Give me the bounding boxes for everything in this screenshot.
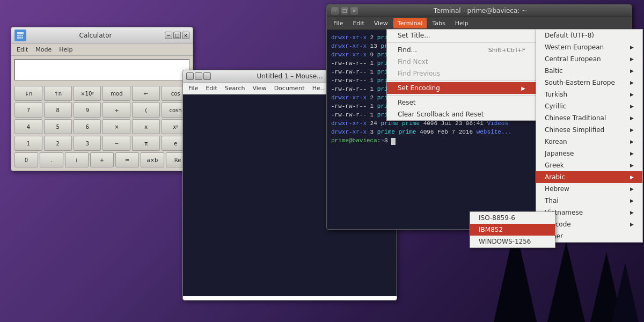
enc-item-turkish[interactable]: Turkish [536, 89, 642, 100]
calc-btn-4[interactable]: 4 [14, 119, 42, 134]
editor-menu-file[interactable]: File [185, 84, 201, 93]
calc-btn-lparen[interactable]: ( [132, 103, 160, 118]
calc-btn-3[interactable]: 3 [74, 136, 101, 151]
enc-item-western[interactable]: Western European [536, 41, 642, 53]
calc-btn-pi[interactable]: π [132, 136, 160, 151]
menu-item-set-title[interactable]: Set Title... [387, 30, 536, 41]
enc-item-cyrillic[interactable]: Cyrillic [536, 100, 642, 112]
calc-menu-edit[interactable]: Edit [13, 45, 31, 54]
menu-item-find-previous[interactable]: Find Previous [387, 68, 536, 79]
enc-item-korean-label: Korean [545, 138, 567, 145]
charset-submenu-list: ISO-8859-6 IBM852 WINDOWS-1256 [470, 211, 555, 248]
calc-btn-1[interactable]: 1 [14, 136, 42, 151]
menu-item-clear-reset[interactable]: Clear Scrollback and Reset [387, 108, 536, 120]
enc-item-baltic[interactable]: Baltic [536, 65, 642, 77]
menu-item-find[interactable]: Find... Shift+Ctrl+F [387, 44, 536, 56]
menu-item-clear-reset-label: Clear Scrollback and Reset [398, 111, 484, 118]
calc-btn-7[interactable]: 7 [14, 103, 42, 118]
calc-btn-0[interactable]: 0 [14, 152, 38, 167]
terminal-menu-terminal[interactable]: Terminal [393, 18, 427, 28]
menu-item-reset[interactable]: Reset [387, 97, 536, 108]
calc-btn-axb[interactable]: a×b [141, 152, 164, 167]
charset-item-windows[interactable]: WINDOWS-1256 [470, 236, 555, 247]
calc-btn-5[interactable]: 5 [44, 119, 72, 134]
enc-item-chinese-simp-label: Chinese Simplified [545, 126, 604, 134]
calc-close-button[interactable]: × [182, 32, 189, 39]
editor-menu-document[interactable]: Document [271, 84, 308, 93]
calc-app-icon [14, 30, 26, 41]
calc-btn-i[interactable]: i [65, 152, 89, 167]
calc-btn-multiply[interactable]: × [103, 119, 130, 134]
terminal-menu-help[interactable]: Help [451, 18, 473, 28]
menu-item-set-title-label: Set Title... [398, 32, 430, 39]
enc-item-japanese-label: Japanese [545, 150, 574, 157]
enc-item-utf8[interactable]: Default (UTF-8) [536, 30, 642, 41]
terminal-menu-file[interactable]: File [329, 18, 347, 28]
svg-rect-6 [19, 37, 21, 39]
enc-item-hebrew-label: Hebrew [545, 185, 569, 193]
calc-btn-downn[interactable]: ↓n [14, 86, 42, 101]
terminal-minimize-button[interactable]: − [331, 7, 339, 14]
calc-btn-9[interactable]: 9 [74, 103, 101, 118]
calc-titlebar: Calculator − □ × [11, 27, 193, 44]
calc-menu-mode[interactable]: Mode [32, 45, 55, 54]
editor-menu-search[interactable]: Search [222, 84, 248, 93]
terminal-menu-view[interactable]: View [370, 18, 392, 28]
calc-btn-2[interactable]: 2 [44, 136, 72, 151]
editor-minimize-button[interactable] [186, 72, 194, 80]
menu-item-reset-label: Reset [398, 99, 416, 106]
enc-item-thai[interactable]: Thai [536, 195, 642, 207]
calc-wm-buttons: − □ × [165, 32, 189, 39]
enc-item-greek[interactable]: Greek [536, 159, 642, 171]
calc-row-1: ↓n ↑n ×10ʸ mod ← cos [14, 86, 189, 101]
calc-title: Calculator [26, 32, 165, 39]
enc-item-se-europe[interactable]: South-Eastern Europe [536, 77, 642, 89]
calc-btn-x[interactable]: x [132, 119, 160, 134]
enc-item-baltic-label: Baltic [545, 67, 563, 75]
calc-btn-plus[interactable]: + [90, 152, 114, 167]
editor-menu-view[interactable]: View [250, 84, 270, 93]
calc-btn-dot[interactable]: . [40, 152, 63, 167]
calc-btn-equals[interactable]: = [115, 152, 139, 167]
enc-item-arabic[interactable]: Arabic [536, 171, 642, 183]
calc-btn-mod[interactable]: mod [103, 86, 130, 101]
menu-item-find-next[interactable]: Find Next [387, 56, 536, 68]
enc-item-chinese-trad[interactable]: Chinese Traditional [536, 112, 642, 124]
editor-menu-edit[interactable]: Edit [202, 84, 220, 93]
charset-item-ibm[interactable]: IBM852 [470, 224, 555, 236]
calc-minimize-button[interactable]: − [165, 32, 172, 39]
menu-separator-1 [387, 42, 536, 43]
enc-item-hebrew[interactable]: Hebrew [536, 183, 642, 195]
calculator-window: Calculator − □ × Edit Mode Help ↓n ↑n ×1… [11, 27, 193, 171]
enc-item-utf8-label: Default (UTF-8) [545, 32, 594, 39]
editor-maximize-button[interactable] [195, 72, 202, 80]
calc-maximize-button[interactable]: □ [173, 32, 181, 39]
calc-btn-pow10[interactable]: ×10ʸ [74, 86, 101, 101]
calc-btn-divide[interactable]: ÷ [103, 103, 130, 118]
menu-item-find-shortcut: Shift+Ctrl+F [488, 47, 525, 54]
terminal-menu-edit[interactable]: Edit [348, 18, 368, 28]
calc-btn-minus[interactable]: − [103, 136, 130, 151]
menu-separator-3 [387, 95, 536, 96]
bg-tree-4 [612, 263, 639, 322]
terminal-close-button[interactable]: × [350, 7, 358, 14]
terminal-menu-tabs[interactable]: Tabs [428, 18, 449, 28]
encoding-submenu-list: Default (UTF-8) Western European Central… [536, 29, 643, 243]
terminal-dropdown: Set Title... Find... Shift+Ctrl+F Find N… [386, 29, 537, 121]
calc-btn-6[interactable]: 6 [74, 119, 101, 134]
menu-item-find-previous-label: Find Previous [398, 70, 440, 77]
set-encoding-arrow-icon: ▶ [521, 85, 525, 91]
calc-buttons: ↓n ↑n ×10ʸ mod ← cos 7 8 9 ÷ ( cosh 4 5 … [11, 84, 193, 171]
calc-btn-8[interactable]: 8 [44, 103, 72, 118]
editor-close-button[interactable] [203, 72, 211, 80]
calc-menu-help[interactable]: Help [56, 45, 76, 54]
enc-item-japanese[interactable]: Japanese [536, 148, 642, 159]
charset-item-iso[interactable]: ISO-8859-6 [470, 212, 555, 224]
calc-btn-upn[interactable]: ↑n [44, 86, 72, 101]
calc-btn-backspace[interactable]: ← [132, 86, 160, 101]
enc-item-korean[interactable]: Korean [536, 136, 642, 148]
menu-item-set-encoding[interactable]: Set Encoding ▶ [387, 82, 536, 94]
enc-item-central[interactable]: Central European [536, 53, 642, 65]
terminal-maximize-button[interactable]: □ [341, 7, 348, 14]
enc-item-chinese-simp[interactable]: Chinese Simplified [536, 124, 642, 136]
